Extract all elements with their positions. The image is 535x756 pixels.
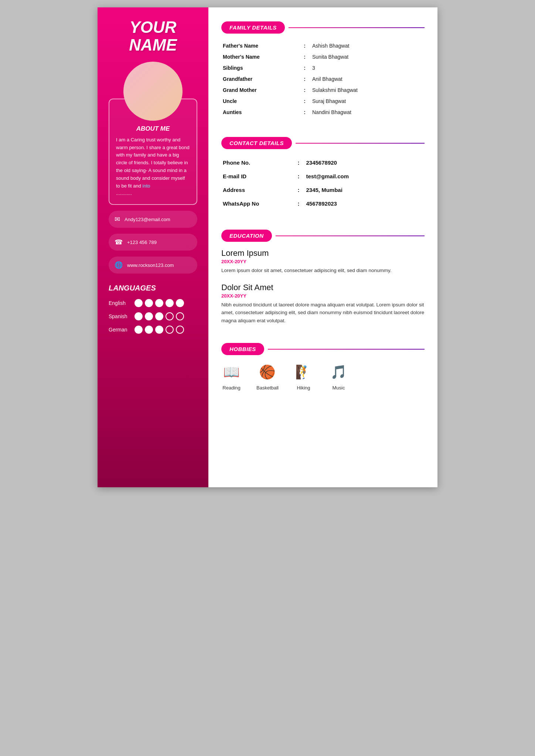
hobby-item: 🧗 Hiking [293, 362, 314, 391]
hobby-item: 🏀 Basketball [256, 362, 279, 391]
family-label: Aunties [221, 107, 299, 118]
family-section-line [289, 27, 425, 28]
dot-filled [155, 312, 163, 320]
language-name: English [109, 300, 131, 306]
contact-value: 4567892023 [305, 197, 425, 210]
education-item: Lorem Ipsum 20XX-20YY Lorem ipsum dolor … [221, 248, 425, 275]
family-value: Nandini Bhagwat [311, 107, 425, 118]
language-dots [134, 326, 184, 334]
family-colon: : [299, 73, 311, 85]
web-icon: 🌐 [115, 261, 123, 269]
main-content: FAMILY DETAILS Father's Name : Ashish Bh… [208, 7, 437, 487]
about-text: I am a Caring trust worthy and warm pers… [116, 136, 190, 197]
family-row: Aunties : Nandini Bhagwat [221, 107, 425, 118]
about-link: into [143, 183, 150, 189]
language-row: Spanish [109, 312, 197, 320]
hobbies-container: 📖 Reading 🏀 Basketball 🧗 Hiking 🎵 Music [221, 362, 425, 391]
email-row: ✉ Andy123@email.com [109, 211, 197, 228]
hobbies-section-line [268, 349, 425, 350]
contact-label: Address [221, 183, 293, 197]
education-section-line [276, 236, 425, 236]
about-ellipsis: ............ [116, 190, 132, 196]
family-colon: : [299, 85, 311, 96]
email-value: Andy123@email.com [125, 217, 170, 222]
language-dots [134, 299, 184, 307]
family-label: Siblings [221, 62, 299, 73]
education-item: Dolor Sit Amet 20XX-20YY Nibh euismod ti… [221, 283, 425, 325]
phone-value: +123 456 789 [127, 240, 157, 245]
contact-row: Address : 2345, Mumbai [221, 183, 425, 197]
dot-filled [155, 299, 163, 307]
dot-empty [176, 326, 184, 334]
dot-empty [166, 326, 174, 334]
family-row: Father's Name : Ashish Bhagwat [221, 40, 425, 51]
family-row: Grandfather : Anil Bhagwat [221, 73, 425, 85]
contact-colon: : [293, 183, 305, 197]
family-label: Father's Name [221, 40, 299, 51]
name-line1: YOUR [129, 18, 176, 36]
contact-value: 2345678920 [305, 156, 425, 169]
contact-row: WhatsApp No : 4567892023 [221, 197, 425, 210]
phone-row: ☎ +123 456 789 [109, 234, 197, 251]
contact-value: test@gmail.com [305, 169, 425, 183]
language-row: English [109, 299, 197, 307]
contact-row: E-mail ID : test@gmail.com [221, 169, 425, 183]
hobby-label: Reading [222, 385, 240, 391]
hobbies-section-badge: HOBBIES [221, 343, 264, 355]
dot-empty [176, 312, 184, 320]
family-value: Sunita Bhagwat [311, 51, 425, 62]
hobbies-section-header: HOBBIES [221, 343, 425, 355]
language-row: German [109, 326, 197, 334]
phone-icon: ☎ [115, 238, 123, 246]
family-colon: : [299, 40, 311, 51]
contact-table: Phone No. : 2345678920E-mail ID : test@g… [221, 156, 425, 210]
family-value: 3 [311, 62, 425, 73]
family-colon: : [299, 96, 311, 107]
hobby-icon-wrap: 🧗 [293, 362, 314, 382]
edu-desc: Nibh euismod tincidunt ut laoreet dolore… [221, 301, 425, 325]
family-row: Grand Mother : Sulakshmi Bhagwat [221, 85, 425, 96]
resume-page: YOUR NAME ABOUT ME I am a Caring trust w… [98, 7, 437, 487]
edu-desc: Lorem ipsum dolor sit amet, consectetuer… [221, 267, 425, 275]
dot-filled [145, 312, 153, 320]
contact-colon: : [293, 197, 305, 210]
dot-filled [155, 326, 163, 334]
language-dots [134, 312, 184, 320]
dot-filled [145, 299, 153, 307]
hobby-icon-wrap: 🏀 [257, 362, 277, 382]
dot-filled [134, 312, 143, 320]
contact-label: E-mail ID [221, 169, 293, 183]
family-value: Ashish Bhagwat [311, 40, 425, 51]
family-value: Suraj Bhagwat [311, 96, 425, 107]
family-colon: : [299, 107, 311, 118]
education-section-badge: EDUCATION [221, 230, 272, 242]
email-icon: ✉ [115, 215, 120, 223]
website-row: 🌐 www.rockson123.com [109, 257, 197, 274]
name-line2: NAME [129, 36, 177, 54]
contact-label: WhatsApp No [221, 197, 293, 210]
about-title: ABOUT ME [116, 125, 190, 133]
sidebar: YOUR NAME ABOUT ME I am a Caring trust w… [98, 7, 208, 487]
hobby-label: Hiking [297, 385, 310, 391]
family-colon: : [299, 51, 311, 62]
dot-filled [145, 326, 153, 334]
family-section-header: FAMILY DETAILS [221, 21, 425, 34]
contact-value: 2345, Mumbai [305, 183, 425, 197]
family-row: Mother's Name : Sunita Bhagwat [221, 51, 425, 62]
language-name: Spanish [109, 313, 131, 319]
family-label: Mother's Name [221, 51, 299, 62]
languages-section: LANGUAGES EnglishSpanishGerman [109, 284, 197, 339]
hobby-icon: 🎵 [330, 364, 347, 380]
about-body: I am a Caring trust worthy and warm pers… [116, 137, 190, 189]
hobby-item: 🎵 Music [328, 362, 349, 391]
avatar [123, 62, 183, 121]
hobby-icon: 📖 [223, 364, 240, 380]
dot-filled [176, 299, 184, 307]
contact-section-header: CONTACT DETAILS [221, 137, 425, 149]
contact-section-badge: CONTACT DETAILS [221, 137, 292, 149]
family-table: Father's Name : Ashish BhagwatMother's N… [221, 40, 425, 118]
edu-year: 20XX-20YY [221, 293, 425, 299]
dot-filled [134, 299, 143, 307]
dot-filled [134, 326, 143, 334]
contact-label: Phone No. [221, 156, 293, 169]
